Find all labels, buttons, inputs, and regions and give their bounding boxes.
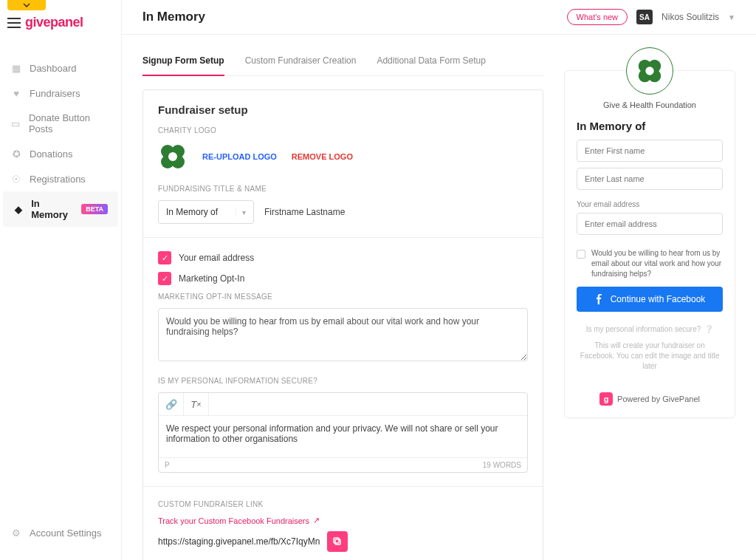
field-label: CUSTOM FUNDRAISER LINK xyxy=(158,500,528,508)
track-fundraisers-link[interactable]: Track your Custom Facebook Fundraisers ↗ xyxy=(158,516,528,525)
chevron-down-icon: ▾ xyxy=(236,208,246,216)
gear-icon: ⚙ xyxy=(10,527,22,539)
tabs: Signup Form Setup Custom Fundraiser Crea… xyxy=(142,48,543,76)
sidebar-item-label: Donations xyxy=(30,148,73,160)
email-input[interactable] xyxy=(577,213,723,235)
section-title: Fundraiser setup xyxy=(158,103,528,116)
sidebar: givepanel ▦ Dashboard ♥ Fundraisers ▭ Do… xyxy=(0,0,122,560)
svg-point-11 xyxy=(645,66,653,75)
fundraiser-url: https://staging.givepanel.me/fb/Xc7IqyMn xyxy=(158,536,320,547)
memory-icon: ◆ xyxy=(13,203,24,215)
checkbox-label: Your email address xyxy=(179,253,254,263)
app-logo: givepanel xyxy=(25,15,83,30)
svg-rect-5 xyxy=(335,539,340,544)
sidebar-item-registrations[interactable]: ☉ Registrations xyxy=(0,166,121,191)
post-icon: ▭ xyxy=(10,117,21,129)
award-icon: ✪ xyxy=(10,148,22,160)
tab-custom-fundraiser[interactable]: Custom Fundraiser Creation xyxy=(245,48,357,75)
preview-panel: Give & Health Foundation In Memory of Yo… xyxy=(564,70,735,418)
field-label: CHARITY LOGO xyxy=(158,126,528,134)
external-link-icon: ↗ xyxy=(313,516,320,525)
sidebar-item-donations[interactable]: ✪ Donations xyxy=(0,141,121,166)
checkbox-label: Marketing Opt-In xyxy=(179,273,244,284)
preview-email-label: Your email address xyxy=(577,200,723,208)
preview-secure-text: Is my personal information secure? xyxy=(586,325,701,333)
collapse-toggle[interactable] xyxy=(7,0,46,10)
sidebar-item-label: Fundraisers xyxy=(30,88,80,99)
user-name: Nikos Soulitzis xyxy=(662,12,719,22)
first-name-input[interactable] xyxy=(577,140,723,162)
sidebar-item-dashboard[interactable]: ▦ Dashboard xyxy=(0,55,121,81)
whats-new-button[interactable]: What's new xyxy=(567,9,628,25)
select-value: In Memory of xyxy=(166,207,218,217)
editor-path: P xyxy=(165,461,170,469)
title-select[interactable]: In Memory of ▾ xyxy=(158,200,254,224)
link-icon[interactable]: 🔗 xyxy=(159,393,184,415)
svg-rect-6 xyxy=(334,538,339,543)
page-title: In Memory xyxy=(142,10,205,24)
optin-checkbox[interactable] xyxy=(577,250,585,259)
help-icon[interactable]: ❔ xyxy=(704,325,713,333)
givepanel-badge-icon: g xyxy=(599,392,613,406)
menu-icon[interactable] xyxy=(7,18,21,28)
sidebar-item-label: Dashboard xyxy=(30,63,77,74)
sidebar-item-in-memory[interactable]: ◆ In Memory BETA xyxy=(3,191,118,227)
sidebar-item-account-settings[interactable]: ⚙ Account Settings xyxy=(0,520,121,545)
remove-logo-link[interactable]: REMOVE LOGO xyxy=(292,152,353,161)
user-avatar[interactable]: SA xyxy=(636,10,653,24)
reupload-logo-link[interactable]: RE-UPLOAD LOGO xyxy=(202,152,277,161)
sidebar-item-label: Donate Button Posts xyxy=(29,112,111,134)
sidebar-item-fundraisers[interactable]: ♥ Fundraisers xyxy=(0,81,121,106)
marketing-checkbox[interactable]: ✓ xyxy=(158,272,171,285)
field-label: FUNDRAISING TITLE & NAME xyxy=(158,185,528,193)
last-name-input[interactable] xyxy=(577,168,723,190)
preview-helper-text: This will create your fundraiser on Face… xyxy=(577,341,723,372)
sidebar-item-label: Registrations xyxy=(30,174,86,185)
editor-word-count: 19 WORDS xyxy=(483,461,521,469)
secure-info-editor: 🔗 T× We respect your personal informatio… xyxy=(158,392,528,473)
marketing-message-textarea[interactable] xyxy=(158,308,528,361)
field-label: MARKETING OPT-IN MESSAGE xyxy=(158,293,528,301)
grid-icon: ▦ xyxy=(10,62,22,74)
user-icon: ☉ xyxy=(10,173,22,185)
setup-card: Fundraiser setup CHARITY LOGO RE-UPLOAD … xyxy=(142,89,543,560)
name-placeholder-text: Firstname Lastname xyxy=(264,207,345,217)
field-label: IS MY PERSONAL INFORMATION SECURE? xyxy=(158,377,528,385)
continue-facebook-button[interactable]: Continue with Facebook xyxy=(577,287,723,312)
tab-additional-data[interactable]: Additional Data Form Setup xyxy=(377,48,485,75)
heart-icon: ♥ xyxy=(10,87,22,99)
charity-logo-icon xyxy=(158,142,188,171)
chevron-down-icon[interactable]: ▼ xyxy=(728,13,735,21)
sidebar-item-label: Account Settings xyxy=(30,527,102,539)
optin-text: Would you be willing to hear from us by … xyxy=(591,248,723,279)
sidebar-item-label: In Memory xyxy=(31,198,74,220)
copy-button[interactable] xyxy=(327,531,348,552)
clear-format-icon[interactable]: T× xyxy=(184,393,209,415)
preview-charity-name: Give & Health Foundation xyxy=(577,100,723,109)
copy-icon xyxy=(333,537,342,546)
tab-signup-form[interactable]: Signup Form Setup xyxy=(142,48,224,76)
svg-point-4 xyxy=(168,152,177,161)
editor-body[interactable]: We respect your personal information and… xyxy=(159,416,527,457)
beta-badge: BETA xyxy=(81,204,108,214)
preview-heading: In Memory of xyxy=(577,120,723,132)
email-checkbox[interactable]: ✓ xyxy=(158,251,171,264)
topbar: In Memory What's new SA Nikos Soulitzis … xyxy=(122,0,756,35)
powered-by-text: Powered by GivePanel xyxy=(617,395,700,403)
preview-charity-logo xyxy=(626,47,673,95)
facebook-icon xyxy=(594,294,605,304)
sidebar-item-donate-posts[interactable]: ▭ Donate Button Posts xyxy=(0,106,121,141)
